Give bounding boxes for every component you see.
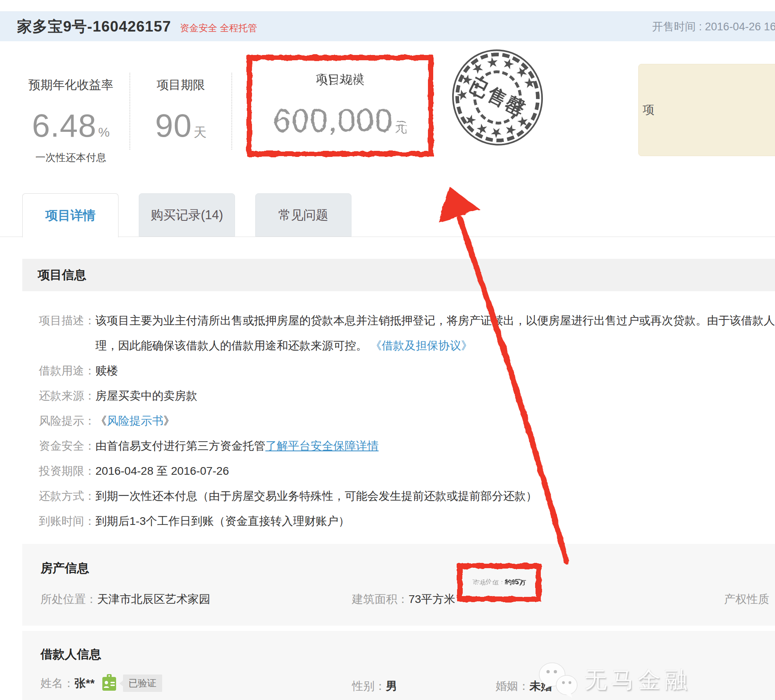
loan-purpose-value: 赎楼 — [95, 358, 118, 383]
stat-divider — [231, 73, 232, 150]
yield-note: 一次性还本付息 — [36, 151, 106, 164]
yield-label: 预期年化收益率 — [28, 77, 113, 93]
tab-project-detail[interactable]: 项目详情 — [22, 193, 119, 237]
tab-faq[interactable]: 常见问题 — [255, 193, 352, 237]
borrower-info-panel: 借款人信息 姓名：张** 已验证 性别：男 婚姻：未婚 — [22, 631, 775, 700]
watermark-text: 无马金融 — [584, 665, 691, 696]
arrival-time-value: 到期后1-3个工作日到账（资金直接转入理财账户） — [95, 509, 349, 534]
header-bar: 家多宝9号-160426157 资金安全 全程托管 开售时间 : 2016-04… — [0, 11, 775, 41]
yield-unit: % — [98, 125, 110, 140]
platform-safety-link[interactable]: 了解平台安全保障详情 — [265, 434, 379, 459]
repayment-source-label: 还款来源： — [39, 383, 95, 408]
field-building-area: 建筑面积：73平方米 — [352, 592, 455, 607]
field-ownership: 产权性质 — [724, 592, 769, 607]
sale-time: 开售时间 : 2016-04-26 16:50 — [652, 12, 775, 42]
borrower-info-title: 借款人信息 — [40, 646, 101, 663]
wechat-icon — [537, 660, 580, 700]
safety-tags: 资金安全 全程托管 — [180, 19, 257, 34]
market-value-value: 约95万 — [505, 579, 525, 586]
watermark: 无马金融 — [537, 660, 691, 700]
risk-notice-link[interactable]: 风险提示书 — [107, 415, 163, 427]
field-borrower-name: 姓名：张** 已验证 — [40, 675, 162, 692]
stamp-star-icon: ★ — [476, 127, 487, 132]
property-info-panel: 房产信息 所处位置：天津市北辰区艺术家园 建筑面积：73平方米 市场价值：约95… — [22, 544, 775, 626]
stamp-star-icon: ★ — [487, 61, 499, 63]
stamp-star-icon: ★ — [518, 68, 527, 76]
id-card-icon — [102, 674, 116, 691]
project-info-fields: 项目描述： 该项目主要为业主付清所出售或抵押房屋的贷款本息并注销抵押登记，将房产… — [39, 308, 775, 534]
stamp-star-icon: ★ — [464, 74, 470, 85]
field-project-description: 项目描述： 该项目主要为业主付清所出售或抵押房屋的贷款本息并注销抵押登记，将房产… — [39, 308, 775, 358]
field-risk-notice: 风险提示： 《风险提示书》 — [39, 408, 775, 434]
stats-row: 预期年化收益率 6.48 % 一次性还本付息 项目期限 90 天 项目规模 60… — [12, 61, 434, 164]
sold-out-stamp: ★★★★★★★★★★★★ 已售罄 — [446, 44, 549, 152]
verified-badge: 已验证 — [123, 675, 162, 692]
field-loan-purpose: 借款用途： 赎楼 — [39, 358, 775, 383]
stamp-star-icon: ★ — [462, 89, 462, 101]
field-location: 所处位置：天津市北辰区艺术家园 — [40, 592, 210, 607]
project-info-section-header: 项目信息 — [22, 259, 775, 291]
page-title: 家多宝9号-160426157 — [17, 17, 171, 37]
duration-unit: 天 — [193, 124, 206, 142]
property-info-title: 房产信息 — [40, 560, 89, 577]
borrower-name-value: 张** — [74, 676, 95, 691]
side-panel-tab[interactable]: 项 — [638, 64, 775, 156]
field-repayment-method: 还款方式： 到期一次性还本付息（由于房屋交易业务特殊性，可能会发生提前还款或提前… — [39, 484, 775, 509]
stamp-star-icon: ★ — [466, 116, 474, 125]
scale-value: 600,000 — [273, 102, 393, 139]
duration-label: 项目期限 — [157, 77, 205, 93]
field-arrival-time: 到账时间： 到期后1-3个工作日到账（资金直接转入理财账户） — [39, 509, 775, 534]
scale-label: 项目规模 — [316, 72, 364, 88]
side-panel-tab-label: 项 — [643, 102, 654, 118]
repayment-source-value: 房屋买卖中的卖房款 — [95, 383, 197, 408]
stat-duration: 项目期限 90 天 — [130, 61, 231, 144]
description-label: 项目描述： — [39, 308, 95, 358]
project-info-title: 项目信息 — [38, 267, 86, 283]
field-fund-safety: 资金安全： 由首信易支付进行第三方资金托管 了解平台安全保障详情 — [39, 434, 775, 459]
product-page: 家多宝9号-160426157 资金安全 全程托管 开售时间 : 2016-04… — [0, 0, 775, 700]
fund-safety-label: 资金安全： — [39, 434, 95, 459]
tab-purchase-records[interactable]: 购买记录(14) — [139, 193, 235, 237]
arrival-time-label: 到账时间： — [39, 509, 95, 534]
stat-expected-yield: 预期年化收益率 6.48 % 一次性还本付息 — [12, 61, 129, 164]
yield-value: 6.48 — [32, 107, 97, 144]
field-repayment-source: 还款来源： 房屋买卖中的卖房款 — [39, 383, 775, 408]
description-line1: 该项目主要为业主付清所出售或抵押房屋的贷款本息并注销抵押登记，将房产证赎出，以便… — [95, 308, 775, 333]
loan-guarantee-agreement-link[interactable]: 《借款及担保协议》 — [371, 339, 472, 352]
stamp-star-icon: ★ — [490, 133, 502, 133]
stamp-star-icon: ★ — [505, 128, 517, 133]
stamp-star-icon: ★ — [472, 65, 483, 72]
investment-period-value: 2016-04-28 至 2016-07-26 — [95, 459, 229, 484]
duration-value: 90 — [155, 107, 192, 144]
tab-bar: 项目详情 购买记录(14) 常见问题 — [22, 193, 372, 237]
field-investment-period: 投资期限： 2016-04-28 至 2016-07-26 — [39, 459, 775, 484]
location-value: 天津市北辰区艺术家园 — [97, 593, 210, 605]
description-line2: 理，因此能确保该借款人的借款用途和还款来源可控。 《借款及担保协议》 — [95, 333, 775, 358]
project-scale-highlight-box: 项目规模 600,000 元 — [247, 55, 434, 156]
building-area-value: 73平方米 — [409, 593, 455, 605]
gender-value: 男 — [386, 680, 397, 692]
market-value-highlight-box: 市场价值：约95万 — [457, 563, 541, 602]
investment-period-label: 投资期限： — [39, 459, 95, 484]
field-gender: 性别：男 — [352, 679, 397, 694]
stamp-star-icon: ★ — [503, 62, 515, 66]
repayment-method-value: 到期一次性还本付息（由于房屋交易业务特殊性，可能会发生提前还款或提前部分还款） — [95, 484, 537, 509]
scale-unit: 元 — [394, 118, 407, 136]
loan-purpose-label: 借款用途： — [39, 358, 95, 383]
risk-notice-label: 风险提示： — [39, 408, 95, 434]
repayment-method-label: 还款方式： — [39, 484, 95, 509]
stamp-star-icon: ★ — [527, 77, 532, 89]
